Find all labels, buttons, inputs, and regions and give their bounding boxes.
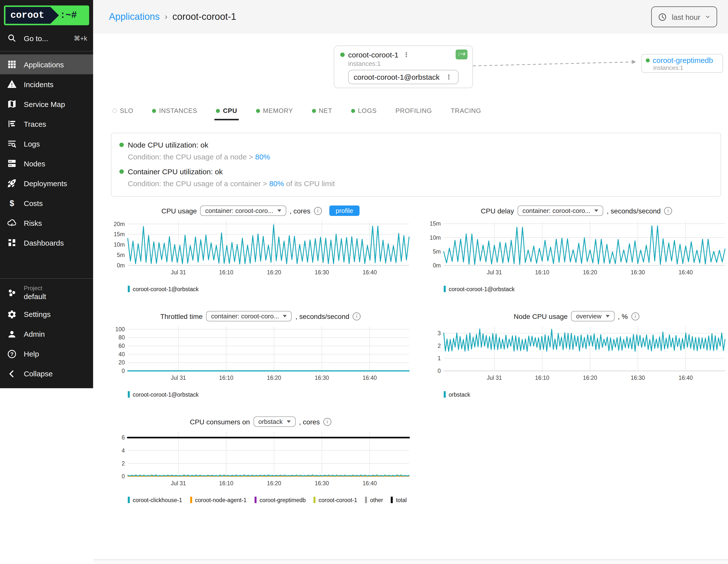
go-to-search[interactable]: Go to... ⌘+k	[0, 28, 93, 48]
svg-text:15m: 15m	[430, 220, 441, 227]
sidebar-item-incidents[interactable]: Incidents	[0, 74, 93, 94]
nodes-icon	[7, 158, 17, 168]
tab-tracing[interactable]: TRACING	[449, 106, 483, 119]
legend-item-coroot-node-agent-1[interactable]: coroot-node-agent-1	[190, 497, 246, 503]
svg-text:16:10: 16:10	[219, 269, 234, 276]
tab-status-dot	[312, 109, 316, 113]
caret-down-icon	[287, 420, 291, 423]
profile-button[interactable]: profile	[329, 205, 360, 216]
go-to-label: Go to...	[24, 34, 67, 42]
coroot-logo[interactable]: coroot :~#	[4, 5, 89, 25]
sidebar-item-service-map[interactable]: Service Map	[0, 94, 93, 114]
tab-slo[interactable]: SLO	[111, 106, 135, 119]
app-node-name[interactable]: coroot-coroot-1	[348, 50, 398, 59]
sidebar-item-dashboards[interactable]: Dashboards	[0, 233, 93, 253]
sidebar-item-collapse[interactable]: Collapse	[0, 364, 93, 384]
sidebar-item-label: Logs	[24, 139, 40, 148]
sidebar-item-risks[interactable]: Risks	[0, 213, 93, 233]
info-icon[interactable]: i	[631, 312, 639, 320]
chart-node-cpu-usage-legend: orbstack	[444, 391, 728, 398]
chart-unit-text: , cores	[299, 418, 320, 426]
tab-instances[interactable]: INSTANCES	[151, 106, 199, 119]
chart-cpu-usage-selector[interactable]: container: coroot-coro...	[200, 205, 286, 216]
time-range-picker[interactable]: last hour	[651, 6, 717, 27]
tab-status-dot	[351, 109, 355, 113]
chart-title-text: CPU consumers on	[190, 418, 250, 426]
svg-text:16:40: 16:40	[678, 269, 693, 276]
kebab-menu-icon[interactable]: ⋮	[444, 74, 453, 80]
chart-throttled-time-selector[interactable]: container: coroot-coro...	[206, 311, 292, 321]
sidebar-item-logs[interactable]: Logs	[0, 134, 93, 154]
svg-text:?: ?	[10, 351, 13, 357]
chart-unit-text: , seconds/second	[607, 207, 661, 215]
svg-text:16:20: 16:20	[583, 375, 597, 381]
legend-item-coroot-coroot-1-orbstack[interactable]: coroot-coroot-1@orbstack	[444, 286, 515, 292]
chart-node-cpu-usage-title: Node CPU usageoverview, %i	[425, 311, 728, 321]
selector-value: overview	[576, 312, 601, 320]
info-icon[interactable]: i	[314, 207, 322, 215]
chart-cpu-usage-canvas: Jul 3116:1016:2016:3016:4020m15m10m5m0m	[109, 218, 412, 282]
clock-icon	[658, 12, 667, 22]
info-icon[interactable]: i	[323, 418, 331, 426]
sidebar-item-deployments[interactable]: Deployments	[0, 173, 93, 193]
svg-text:4: 4	[122, 447, 125, 454]
svg-text:16:10: 16:10	[219, 375, 234, 381]
info-icon[interactable]: i	[664, 207, 672, 215]
legend-item-coroot-greptimedb[interactable]: coroot-greptimedb	[255, 497, 306, 503]
legend-item-coroot-coroot-1-orbstack[interactable]: coroot-coroot-1@orbstack	[128, 286, 199, 292]
svg-text:16:40: 16:40	[363, 480, 377, 487]
dependency-name[interactable]: coroot-greptimedb	[653, 56, 713, 64]
svg-text:16:20: 16:20	[267, 375, 281, 381]
legend-item-coroot-coroot-1[interactable]: coroot-coroot-1	[314, 497, 357, 503]
chart-cpu-consumers-selector[interactable]: orbstack	[253, 416, 295, 427]
legend-item-coroot-clickhouse-1[interactable]: coroot-clickhouse-1	[128, 497, 182, 503]
tab-net[interactable]: NET	[310, 106, 334, 119]
legend-item-orbstack[interactable]: orbstack	[444, 391, 470, 398]
sidebar-item-costs[interactable]: $Costs	[0, 193, 93, 213]
threshold-link[interactable]: 80%	[269, 179, 284, 188]
sidebar-item-project[interactable]: Project default	[0, 282, 93, 305]
sidebar-item-label: Dashboards	[24, 238, 64, 247]
logo-wordmark: coroot	[5, 7, 59, 24]
sidebar-item-admin[interactable]: Admin	[0, 324, 93, 344]
sidebar-bottom-nav: SettingsAdmin?HelpCollapse	[0, 305, 93, 384]
caret-down-icon	[283, 315, 287, 317]
sidebar-item-help[interactable]: ?Help	[0, 344, 93, 364]
selector-value: container: coroot-coro...	[205, 207, 273, 214]
legend-item-other[interactable]: other	[365, 497, 383, 503]
tab-label: SLO	[120, 107, 133, 114]
svg-text:16:30: 16:30	[631, 375, 645, 381]
info-icon[interactable]: i	[353, 312, 361, 320]
sidebar-item-applications[interactable]: Applications	[0, 54, 93, 74]
sidebar-item-traces[interactable]: Traces	[0, 114, 93, 134]
report-tabs: SLOINSTANCESCPUMEMORYNETLOGSPROFILINGTRA…	[111, 106, 728, 123]
breadcrumb: Applications › coroot-coroot-1	[109, 11, 236, 22]
sidebar-item-nodes[interactable]: Nodes	[0, 154, 93, 173]
legend-item-total[interactable]: total	[391, 497, 407, 503]
chart-cpu-delay-selector[interactable]: container: coroot-coro...	[518, 205, 603, 216]
sidebar-item-settings[interactable]: Settings	[0, 305, 93, 324]
legend-label: other	[370, 497, 383, 503]
tab-status-dot	[112, 108, 117, 113]
chart-title-text: Node CPU usage	[514, 312, 568, 320]
kebab-menu-icon[interactable]: ⋮	[402, 51, 410, 58]
tab-memory[interactable]: MEMORY	[255, 106, 294, 119]
chart-title-text: Throttled time	[160, 312, 203, 320]
tab-profiling[interactable]: PROFILING	[394, 106, 433, 119]
svg-text:16:40: 16:40	[678, 375, 693, 381]
threshold-link[interactable]: 80%	[255, 153, 270, 161]
chart-node-cpu-usage-selector[interactable]: overview	[571, 311, 614, 321]
terminal-badge[interactable]: :~#	[456, 50, 468, 59]
breadcrumb-applications-link[interactable]: Applications	[109, 11, 160, 22]
legend-item-coroot-coroot-1-orbstack[interactable]: coroot-coroot-1@orbstack	[128, 391, 199, 398]
app-node-card: coroot-coroot-1 ⋮ :~# instances:1 coroot…	[334, 46, 473, 88]
svg-text:15m: 15m	[114, 231, 125, 237]
gear-icon	[7, 309, 17, 319]
tab-cpu[interactable]: CPU	[215, 106, 239, 120]
svg-text:10m: 10m	[430, 234, 441, 241]
instance-pill[interactable]: coroot-coroot-1@orbstack ⋮	[348, 70, 458, 84]
main-area: Applications › coroot-coroot-1 last hour…	[93, 0, 728, 564]
tab-label: NET	[319, 107, 332, 114]
svg-text:2: 2	[438, 343, 441, 349]
tab-logs[interactable]: LOGS	[350, 106, 378, 119]
